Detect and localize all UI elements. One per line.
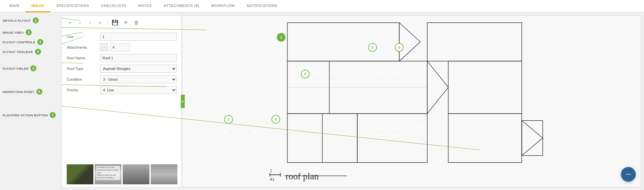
attachments-dots-button[interactable]: ···	[100, 43, 108, 51]
arrow-up-1[interactable]: ↑	[249, 26, 252, 33]
svg-rect-8	[448, 61, 522, 113]
roof-type-select[interactable]: Asphalt Shingles Metal Tile Flat/Built-U…	[100, 65, 177, 73]
thumbnail-1[interactable]	[67, 164, 93, 184]
annotation-7: FLOATING ACTION BUTTON 7	[3, 112, 62, 118]
arrow-right-2[interactable]: →	[330, 75, 336, 82]
tab-attachments[interactable]: ATTACHMENTS (8)	[158, 0, 205, 12]
svg-rect-11	[522, 121, 543, 156]
svg-rect-5	[357, 114, 427, 163]
svg-marker-10	[522, 121, 543, 156]
condition-select[interactable]: 1 - Poor 2 - Fair 3 - Good 4 - Very Good…	[100, 75, 177, 83]
arrow-left-6[interactable]: ←	[376, 129, 382, 136]
arrow-down-1[interactable]: ↓	[249, 40, 252, 47]
field-row-roof-name: Roof Name	[67, 54, 177, 62]
svg-marker-3	[427, 61, 448, 113]
svg-text:A1: A1	[270, 177, 274, 181]
inspection-point-4[interactable]: 4	[271, 115, 280, 124]
collapse-handle[interactable]: ►	[181, 95, 185, 108]
tab-checklists[interactable]: CHECKLISTS	[95, 0, 132, 12]
arrow-right-6[interactable]: →	[394, 129, 400, 136]
attachments-input[interactable]	[110, 43, 130, 51]
inspection-point-1[interactable]: 1	[277, 33, 285, 42]
thumbnail-3[interactable]	[123, 164, 149, 184]
attachments-row: ···	[100, 43, 130, 51]
priority-select[interactable]: 1. Critical 2. High 3. Medium 4. Low	[100, 86, 177, 94]
arrow-left-2[interactable]: ←	[312, 75, 318, 82]
thumbnail-4[interactable]	[151, 164, 177, 184]
svg-rect-9	[448, 114, 522, 163]
annotation-3: FLYOUT CONTROLS 3	[3, 39, 62, 45]
inspection-point-2[interactable]: 2	[301, 70, 309, 78]
roof-name-input[interactable]	[100, 54, 177, 62]
svg-rect-0	[287, 23, 400, 61]
annotation-1: DETAILS FLYOUT 1	[3, 17, 62, 23]
annotations-column: DETAILS FLYOUT 1 IMAGE AREA 2 FLYOUT CON…	[0, 13, 62, 190]
flyout-controls: « ‹ › »	[65, 18, 105, 27]
tab-specifications[interactable]: SPECIFICATIONS	[50, 0, 95, 12]
annotation-4: FLYOUT TOOLBAR 4	[3, 49, 62, 55]
flyout-toolbar: « ‹ › » 💾 + 🗑	[62, 16, 181, 29]
svg-rect-7	[427, 23, 522, 61]
field-row-condition: Condition 1 - Poor 2 - Fair 3 - Good 4 -…	[67, 75, 177, 83]
add-button[interactable]: +	[121, 18, 130, 27]
toolbar-divider	[107, 19, 108, 26]
inspection-point-5[interactable]: 5	[368, 43, 377, 52]
svg-text:roof plan: roof plan	[285, 171, 319, 181]
svg-marker-1	[399, 23, 420, 61]
arrow-up-br[interactable]: ↑	[420, 118, 423, 125]
field-row-attachments: Attachments ···	[67, 43, 177, 51]
arrow-down-br[interactable]: ↓	[420, 134, 423, 141]
next-button[interactable]: ›	[85, 18, 95, 27]
field-row-roof-type: Roof Type Asphalt Shingles Metal Tile Fl…	[67, 65, 177, 73]
thumbnail-2[interactable]: AF PEM Sin Finurni Interfacial Bonds Ten…	[95, 164, 121, 184]
tab-notes[interactable]: NOTES	[132, 0, 157, 12]
top-nav: MAIN IMAGE SPECIFICATIONS CHECKLISTS NOT…	[0, 0, 644, 13]
arrow-right-3[interactable]: →	[245, 129, 251, 136]
annotation-5: FLYOUT FIELDS 5	[3, 65, 62, 71]
line-input[interactable]	[100, 33, 177, 41]
inspection-point-6[interactable]: 6	[395, 43, 404, 52]
priority-label: Priority	[67, 88, 100, 92]
field-row-line: Line	[67, 33, 177, 41]
image-thumbnails: AF PEM Sin Finurni Interfacial Bonds Ten…	[62, 162, 181, 187]
annotation-2: IMAGE AREA 2	[3, 29, 62, 35]
arrow-left-3[interactable]: ←	[228, 129, 234, 136]
prev-button[interactable]: ‹	[75, 18, 85, 27]
annotation-6: INSPECTION POINT 6	[3, 89, 62, 95]
inspection-point-3[interactable]: 3	[224, 115, 233, 124]
roof-type-label: Roof Type	[67, 67, 100, 71]
floating-action-button[interactable]: ···	[621, 167, 636, 182]
save-button[interactable]: 💾	[110, 18, 120, 27]
arrow-left-5[interactable]: ←	[376, 75, 382, 82]
condition-label: Condition	[67, 77, 100, 81]
next-next-button[interactable]: »	[95, 18, 105, 27]
attachments-label: Attachments	[67, 45, 100, 49]
svg-text:1: 1	[270, 168, 272, 173]
image-area[interactable]: 1 A1 roof plan ↑ ↓ ← → ← → ← → ← → ← →	[182, 15, 641, 187]
arrow-left-4[interactable]: ←	[285, 129, 291, 136]
roof-name-label: Roof Name	[67, 56, 100, 60]
tab-workflow[interactable]: WORKFLOW	[205, 0, 241, 12]
arrow-right-5[interactable]: →	[394, 75, 400, 82]
field-row-priority: Priority 1. Critical 2. High 3. Medium 4…	[67, 86, 177, 94]
delete-button[interactable]: 🗑	[132, 18, 141, 27]
prev-prev-button[interactable]: «	[65, 18, 75, 27]
tab-notifications[interactable]: NOTIFICATIONS	[241, 0, 283, 12]
details-flyout: ► « ‹ › » 💾 + 🗑 Line	[62, 15, 182, 187]
line-label: Line	[67, 35, 100, 39]
tab-main[interactable]: MAIN	[3, 0, 25, 12]
tab-image[interactable]: IMAGE	[25, 0, 50, 12]
arrow-right-4[interactable]: →	[302, 129, 308, 136]
flyout-fields: Line Attachments ··· Roof Name	[62, 29, 181, 162]
